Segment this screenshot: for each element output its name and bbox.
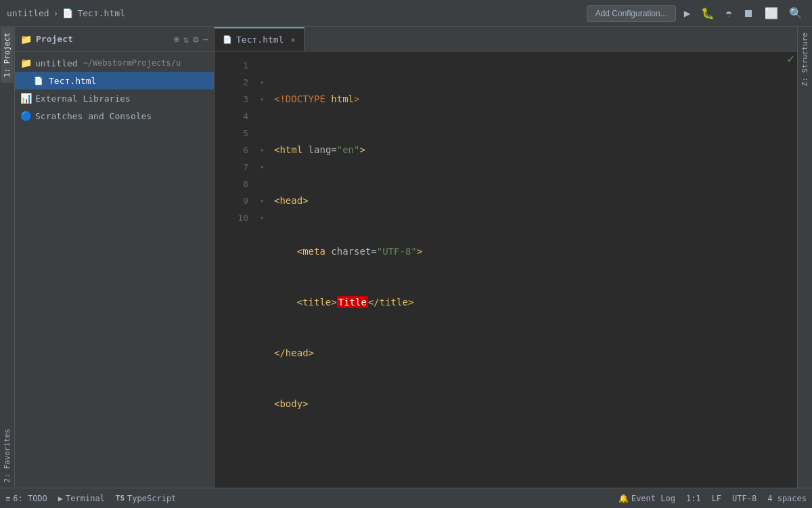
sidebar-tab-favorites[interactable]: 2: Favorites	[1, 423, 14, 488]
stop-icon[interactable]: ⏹	[740, 4, 757, 22]
right-side-tabs: Z: Structure	[797, 27, 812, 488]
code-line-3: <head>	[274, 192, 797, 209]
event-log-button[interactable]: 🔔 Event Log	[618, 494, 675, 503]
gutter-1	[255, 57, 269, 74]
tree-item-label-scratches: Scratches and Consoles	[35, 111, 152, 121]
toolbar-right: Add Configuration... ▶ 🐛 ☂ ⏹ ⬜ 🔍	[587, 4, 805, 22]
title-cursor-text: Title	[337, 296, 368, 308]
search-icon[interactable]: 🔍	[786, 4, 805, 22]
scratch-icon: 🔵	[20, 110, 32, 121]
encoding-label: UTF-8	[732, 494, 757, 503]
typescript-label: TypeScript	[127, 494, 176, 503]
validation-checkmark: ✓	[787, 51, 794, 66]
code-line-2: <html lang="en">	[274, 142, 797, 158]
tab-close-button[interactable]: ×	[290, 35, 295, 45]
code-line-6: </head>	[274, 345, 797, 362]
code-line-8	[274, 446, 797, 463]
title-bar: untitled › 📄 Тест.html Add Configuration…	[0, 0, 812, 27]
encoding[interactable]: UTF-8	[732, 494, 757, 503]
tree-item-label: untitled	[35, 58, 78, 68]
project-folder-icon: 📁	[20, 34, 32, 45]
gutter-4	[255, 108, 269, 125]
library-icon: 📊	[20, 93, 32, 104]
project-panel: 📁 Project ⊕ ⇅ ⚙ − 📁 untitled ~/WebstormP…	[15, 27, 215, 488]
editor-tabs: 📄 Тест.html ×	[215, 27, 797, 51]
editor-area: 📄 Тест.html × ✓ 1 2 3 4 5 6 7 8 9 10	[215, 27, 797, 488]
debug-icon[interactable]: 🐛	[698, 4, 717, 22]
settings-icon[interactable]: ⚙	[193, 34, 198, 45]
breadcrumb-area: untitled › 📄 Тест.html	[7, 8, 125, 18]
event-log-icon: 🔔	[618, 494, 629, 503]
left-side-tabs: 1: Project 2: Favorites	[0, 27, 15, 488]
tree-item-label-libs: External Libraries	[35, 93, 131, 104]
line-numbers: 1 2 3 4 5 6 7 8 9 10	[215, 51, 255, 488]
typescript-icon: TS	[116, 494, 125, 503]
tree-item-external-libs[interactable]: 📊 External Libraries	[15, 89, 214, 107]
tree-item-untitled[interactable]: 📁 untitled ~/WebstormProjects/u	[15, 54, 214, 72]
breadcrumb-separator: ›	[53, 8, 59, 18]
cursor-position-label: 1:1	[686, 494, 701, 503]
gutter-9[interactable]: ▾	[255, 192, 269, 209]
line-number-1: 1	[215, 57, 248, 74]
file-tab-icon: 📄	[62, 8, 73, 18]
line-number-2: 2	[215, 74, 248, 91]
line-endings-label: LF	[712, 494, 721, 503]
sidebar-tab-project[interactable]: 1: Project	[1, 27, 14, 83]
gutter-8	[255, 175, 269, 192]
line-number-8: 8	[215, 175, 248, 192]
terminal-button[interactable]: ▶ Terminal	[58, 494, 105, 503]
line-number-7: 7	[215, 158, 248, 175]
status-bar: ≡ 6: TODO ▶ Terminal TS TypeScript 🔔 Eve…	[0, 488, 812, 508]
cursor-position[interactable]: 1:1	[686, 494, 701, 503]
gutter-2[interactable]: ▾	[255, 74, 269, 91]
project-breadcrumb[interactable]: untitled	[7, 8, 49, 18]
code-editor[interactable]: ✓ 1 2 3 4 5 6 7 8 9 10 ▾ ▾ ▾	[215, 51, 797, 488]
structure-tab[interactable]: Z: Structure	[798, 27, 811, 91]
coverage-icon[interactable]: ☂	[723, 4, 735, 22]
indentation-label: 4 spaces	[767, 494, 807, 503]
code-line-5: <title>Title</title>	[274, 294, 797, 311]
code-line-4: <meta charset="UTF-8">	[274, 243, 797, 260]
line-number-9: 9	[215, 192, 248, 209]
line-endings[interactable]: LF	[712, 494, 721, 503]
minimize-icon[interactable]: −	[203, 34, 208, 45]
status-bar-right: 🔔 Event Log 1:1 LF UTF-8 4 spaces	[618, 494, 807, 503]
code-content[interactable]: <!DOCTYPE html> <html lang="en"> <head> …	[269, 51, 797, 488]
tab-file-icon: 📄	[223, 35, 232, 44]
tree-item-label-html: Тест.html	[49, 76, 96, 86]
html-file-icon: 📄	[34, 77, 46, 85]
run-icon[interactable]: ▶	[681, 4, 694, 22]
terminal-icon: ▶	[58, 494, 63, 503]
gutter-10[interactable]: ▾	[255, 209, 269, 226]
event-log-label: Event Log	[631, 494, 675, 503]
tab-label: Тест.html	[236, 35, 284, 45]
code-line-7: <body>	[274, 396, 797, 412]
tree-item-test-html[interactable]: 📄 Тест.html	[15, 72, 214, 89]
breadcrumb-filename: Тест.html	[77, 8, 125, 18]
gutter-3[interactable]: ▾	[255, 91, 269, 108]
main-area: 1: Project 2: Favorites 📁 Project ⊕ ⇅ ⚙ …	[0, 27, 812, 488]
layout-icon[interactable]: ⬜	[762, 4, 781, 22]
folder-icon: 📁	[20, 58, 32, 68]
indentation[interactable]: 4 spaces	[767, 494, 807, 503]
line-number-6: 6	[215, 142, 248, 158]
gutter-7[interactable]: ▾	[255, 158, 269, 175]
tree-item-scratches[interactable]: 🔵 Scratches and Consoles	[15, 107, 214, 125]
todo-button[interactable]: ≡ 6: TODO	[5, 494, 47, 503]
editor-tab-test-html[interactable]: 📄 Тест.html ×	[215, 27, 304, 51]
code-gutter: ▾ ▾ ▾ ▾ ▾ ▾	[255, 51, 269, 488]
add-configuration-button[interactable]: Add Configuration...	[587, 5, 676, 22]
project-panel-title: Project	[36, 34, 169, 44]
line-number-4: 4	[215, 108, 248, 125]
project-header-icons: ⊕ ⇅ ⚙ −	[173, 34, 208, 45]
sort-icon[interactable]: ⇅	[183, 34, 189, 45]
code-line-1: <!DOCTYPE html>	[274, 91, 797, 108]
line-number-3: 3	[215, 91, 248, 108]
new-file-icon[interactable]: ⊕	[173, 34, 179, 45]
tree-item-path: ~/WebstormProjects/u	[83, 58, 181, 68]
project-panel-header: 📁 Project ⊕ ⇅ ⚙ −	[15, 27, 214, 51]
gutter-6[interactable]: ▾	[255, 142, 269, 158]
line-number-5: 5	[215, 125, 248, 142]
gutter-5	[255, 125, 269, 142]
typescript-button[interactable]: TS TypeScript	[116, 494, 177, 503]
